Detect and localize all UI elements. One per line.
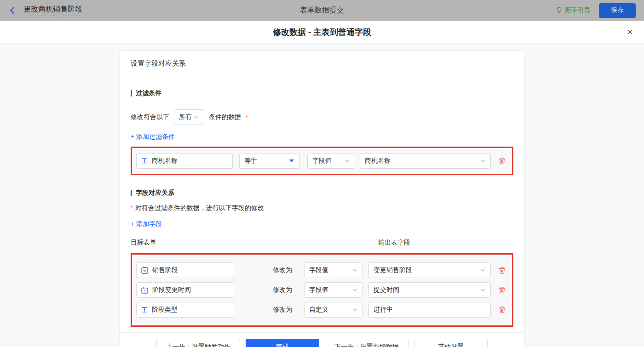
condition-scope-select[interactable]: 所有 [174,109,204,125]
filter-operator-value: 等于 [240,157,257,165]
filter-value: 商机名称 [365,157,391,165]
add-filter-condition-link[interactable]: + 添加过滤条件 [131,133,175,141]
text-field-icon [141,158,148,165]
filter-field-value: 商机名称 [152,157,178,165]
column-header-target-form: 目标表单 [131,239,156,246]
required-asterisk: * [246,114,248,121]
done-button[interactable]: 完成 [246,339,319,347]
trash-icon [498,306,506,314]
card-body: 过滤条件 修改符合以下 所有 条件的数据 * + 添加过滤条件 商机名称 [120,89,524,327]
chevron-down-icon [480,267,486,273]
filter-section-title: 过滤条件 [131,89,513,97]
other-settings-button[interactable]: 其他设置 [414,339,488,347]
topbar: 更改商机销售阶段 表单数据提交 新手引导 保存 [0,0,644,21]
target-field-input[interactable]: 阶段类型 [136,302,234,318]
modify-to-label: 修改为 [234,266,304,274]
chevron-down-icon [345,158,350,164]
condition-prefix: 修改符合以下 [131,113,169,121]
page-title: 表单数据提交 [0,6,644,15]
custom-value-input[interactable]: 进行中 [368,302,491,318]
lightbulb-icon [556,6,563,14]
column-header-output-field: 输出表字段 [378,239,410,247]
mapping-description: * 对符合过滤条件的数据，进行以下字段的修改 [131,204,513,212]
filter-value-select[interactable]: 商机名称 [360,153,491,169]
target-field-value: 阶段变更时间 [152,286,191,294]
delete-row-button[interactable] [498,266,506,274]
value-type-select[interactable]: 自定义 [304,302,363,318]
dialog-header: 修改数据 - 主表到普通字段 × [0,21,644,44]
condition-line: 修改符合以下 所有 条件的数据 * [131,109,513,125]
condition-suffix: 条件的数据 [209,113,241,121]
next-step-button[interactable]: 下一步：设置新增数据 [325,339,408,347]
settings-card: 设置字段对应关系 过滤条件 修改符合以下 所有 条件的数据 * + 添加过滤条件 [119,50,525,347]
close-icon[interactable]: × [627,27,633,37]
output-field-select[interactable]: 提交时间 [368,282,491,298]
target-field-value: 阶段类型 [152,306,178,314]
date-field-icon: 7 [141,287,148,294]
select-field-icon [141,267,148,274]
caret-down-icon [289,159,294,162]
chevron-down-icon [480,158,486,164]
trash-icon [498,266,506,274]
topbar-right: 新手引导 保存 [556,3,636,18]
output-field-value: 提交时间 [374,286,399,294]
dialog-content: 设置字段对应关系 过滤条件 修改符合以下 所有 条件的数据 * + 添加过滤条件 [0,44,644,347]
condition-scope-value: 所有 [179,113,192,121]
svg-text:7: 7 [144,289,145,293]
chevron-down-icon [352,267,358,273]
value-type-select[interactable]: 字段值 [304,282,363,298]
trash-icon [498,286,506,294]
workflow-title: 更改商机销售阶段 [23,5,82,16]
section-accent-bar [131,90,132,97]
beginner-guide-link[interactable]: 新手引导 [556,6,591,15]
card-header: 设置字段对应关系 [120,51,524,75]
add-field-link[interactable]: + 添加字段 [131,220,162,228]
filter-field-input[interactable]: 商机名称 [136,153,233,169]
delete-filter-button[interactable] [498,157,506,165]
mapping-description-text: 对符合过滤条件的数据，进行以下字段的修改 [135,204,264,212]
mapping-section-label: 字段对应关系 [136,189,174,197]
section-accent-bar [131,190,132,196]
save-button[interactable]: 保存 [599,3,636,18]
modify-to-label: 修改为 [234,286,304,294]
required-asterisk: * [131,204,133,211]
mapping-row: 阶段类型 修改为 自定义 进行中 [136,302,508,318]
value-type: 字段值 [309,266,328,274]
chevron-down-icon [352,307,358,313]
modify-to-label: 修改为 [234,306,304,314]
mapping-row: 7 阶段变更时间 修改为 字段值 提交时间 [136,282,508,298]
chevron-left-icon [8,6,17,15]
mapping-row: 销售阶段 修改为 字段值 变更销售阶段 [136,262,508,278]
trash-icon [498,157,506,165]
filter-value-type-select[interactable]: 字段值 [307,153,355,169]
output-field-value: 变更销售阶段 [374,266,412,274]
chevron-down-icon [352,287,358,293]
mapping-column-headers: 目标表单 输出表字段 [131,239,513,247]
value-type: 自定义 [309,306,328,314]
value-type: 字段值 [309,286,328,294]
delete-row-button[interactable] [498,306,506,314]
delete-row-button[interactable] [498,286,506,294]
mapping-highlight-box: 销售阶段 修改为 字段值 变更销售阶段 [131,253,513,327]
beginner-guide-label: 新手引导 [565,6,591,15]
filter-operator-select[interactable]: 等于 [239,153,300,169]
mapping-section-title: 字段对应关系 [131,189,513,197]
topbar-left: 更改商机销售阶段 [8,5,82,16]
chevron-down-icon [480,287,486,293]
chevron-down-icon [194,114,199,120]
previous-step-button[interactable]: 上一步：设置触发动作 [156,339,240,347]
mapping-rows-panel: 销售阶段 修改为 字段值 变更销售阶段 [133,256,511,324]
custom-value: 进行中 [374,306,393,314]
target-field-input[interactable]: 7 阶段变更时间 [136,282,234,298]
operator-caret-segment [283,154,299,168]
value-type-select[interactable]: 字段值 [304,262,363,278]
dialog-title: 修改数据 - 主表到普通字段 [273,27,371,38]
back-button[interactable] [8,6,17,15]
target-field-input[interactable]: 销售阶段 [136,262,234,278]
filter-section-label: 过滤条件 [136,89,161,97]
filter-highlight-box: 商机名称 等于 字段值 商机名称 [131,147,513,175]
target-field-value: 销售阶段 [152,266,178,274]
filter-value-type: 字段值 [312,157,332,165]
filter-condition-row: 商机名称 等于 字段值 商机名称 [133,149,511,172]
output-field-select[interactable]: 变更销售阶段 [368,262,491,278]
